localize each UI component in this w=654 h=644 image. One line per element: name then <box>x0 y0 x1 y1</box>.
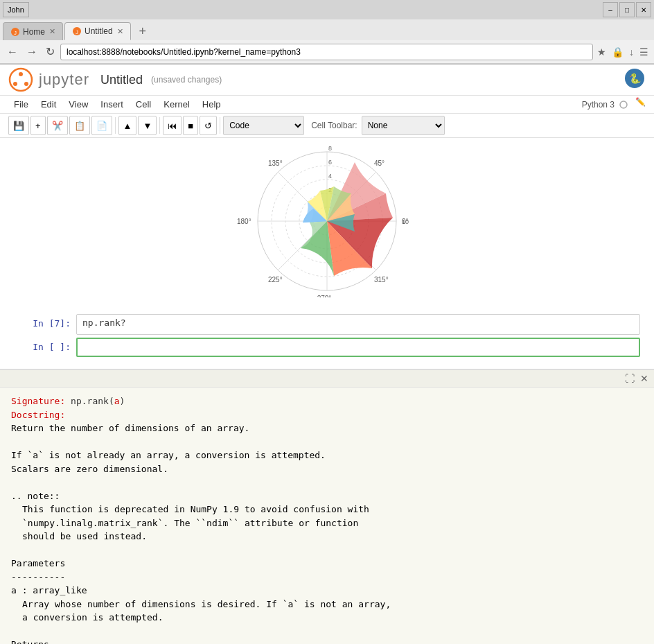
help-line-11: Parameters <box>11 557 643 571</box>
back-button[interactable]: ← <box>4 44 21 60</box>
menu-edit[interactable]: Edit <box>35 97 62 112</box>
help-body: Return the number of dimensions of an ar… <box>11 421 643 644</box>
tab-home[interactable]: J Home ✕ <box>3 22 63 40</box>
browser-chrome: John – □ ✕ J Home ✕ J Untitled ✕ + ← → ↻ <box>0 0 654 64</box>
cell-area: In [7]: np.rank? In [ ]: <box>0 314 654 357</box>
svg-point-4 <box>10 69 32 91</box>
docstring-line: Docstring: <box>11 408 643 422</box>
svg-point-7 <box>24 82 28 86</box>
help-line-13: a : array_like <box>11 584 643 598</box>
help-line-16 <box>11 625 643 638</box>
kernel-name: Python 3 <box>582 100 615 110</box>
save-button[interactable]: 💾 <box>8 116 29 135</box>
help-line-9: should be used instead. <box>11 530 643 543</box>
polar-chart: 2 4 6 8 10 0° 180° 270° 45° 135° 315° 22… <box>223 145 431 297</box>
signature-line: Signature: np.rank(a) <box>11 394 643 408</box>
url-bar[interactable] <box>60 44 593 60</box>
stop-button[interactable]: ■ <box>183 116 198 135</box>
svg-text:🐍: 🐍 <box>629 73 642 85</box>
menu-view[interactable]: View <box>63 97 94 112</box>
cell-prompt-7: In [7]: <box>14 314 76 335</box>
help-expand-button[interactable]: ⛶ <box>622 372 637 385</box>
tab-home-label: Home <box>23 27 45 37</box>
toolbar-sep-1 <box>115 117 116 134</box>
notebook-scroll-area[interactable]: 2 4 6 8 10 0° 180° 270° 45° 135° 315° 22… <box>0 138 654 369</box>
maximize-button[interactable]: □ <box>619 2 635 17</box>
help-line-17: Returns <box>11 638 643 644</box>
svg-text:4: 4 <box>328 173 332 180</box>
help-line-6: .. note:: <box>11 489 643 503</box>
tab-untitled-label: Untitled <box>85 26 113 36</box>
help-line-3: If `a` is not already an array, a conver… <box>11 449 643 462</box>
tab-home-close[interactable]: ✕ <box>49 27 55 36</box>
minimize-button[interactable]: – <box>603 2 618 17</box>
tab-untitled-icon: J <box>72 26 82 36</box>
help-line-2 <box>11 435 643 449</box>
cell-toolbar-select[interactable]: None Edit Metadata Raw Cell Format Slide… <box>362 116 445 135</box>
move-up-button[interactable]: ▲ <box>118 116 137 135</box>
notebook-area: 2 4 6 8 10 0° 180° 270° 45° 135° 315° 22… <box>0 138 654 644</box>
menu-insert[interactable]: Insert <box>95 97 129 112</box>
menu-button[interactable]: ☰ <box>638 45 650 59</box>
help-close-button[interactable]: ✕ <box>637 372 651 385</box>
run-to-top-button[interactable]: ⏮ <box>163 116 182 135</box>
edit-mode-icon: ✏️ <box>635 97 646 112</box>
downloads-button[interactable]: ↓ <box>628 45 635 59</box>
bookmark-button[interactable]: ★ <box>596 45 608 59</box>
tab-untitled-close[interactable]: ✕ <box>117 27 123 36</box>
jupyter-menu: File Edit View Insert Cell Kernel Help P… <box>0 96 654 114</box>
menu-kernel[interactable]: Kernel <box>158 97 195 112</box>
help-panel: ⛶ ✕ Signature: np.rank(a) Docstring: Ret… <box>0 369 654 644</box>
copy-cell-button[interactable]: 📋 <box>69 116 90 135</box>
svg-text:270°: 270° <box>317 295 332 297</box>
kernel-status-icon <box>619 100 628 110</box>
menu-cell[interactable]: Cell <box>130 97 157 112</box>
chart-output-cell: 2 4 6 8 10 0° 180° 270° 45° 135° 315° 22… <box>0 138 654 311</box>
svg-text:0°: 0° <box>402 218 409 225</box>
jupyter-wordmark: jupyter <box>39 71 89 89</box>
kernel-status: Python 3 <box>582 97 628 112</box>
menu-help[interactable]: Help <box>197 97 227 112</box>
title-bar: John – □ ✕ <box>0 0 654 19</box>
reload-button[interactable]: ↻ <box>43 44 58 60</box>
paste-cell-button[interactable]: 📄 <box>91 116 112 135</box>
new-tab-button[interactable]: + <box>132 22 153 40</box>
jupyter-container: jupyter Untitled (unsaved changes) 🐍 Fil… <box>0 64 654 644</box>
docstring-label: Docstring: <box>11 410 65 420</box>
svg-text:135°: 135° <box>268 159 283 167</box>
help-content: Signature: np.rank(a) Docstring: Return … <box>0 388 654 644</box>
svg-point-6 <box>13 82 17 86</box>
close-button[interactable]: ✕ <box>636 2 651 17</box>
cell-input-7[interactable]: np.rank? <box>76 314 640 335</box>
help-line-15: a conversion is attempted. <box>11 611 643 625</box>
cell-prompt-empty: In [ ]: <box>14 338 76 357</box>
python-logo: 🐍 <box>624 67 646 92</box>
cut-cell-button[interactable]: ✂️ <box>47 116 68 135</box>
cell-input-empty[interactable] <box>76 338 640 357</box>
svg-point-10 <box>620 101 627 108</box>
notebook-title: Untitled <box>100 73 143 87</box>
forward-button[interactable]: → <box>24 44 40 60</box>
menu-file[interactable]: File <box>8 97 34 112</box>
help-line-1: Return the number of dimensions of an ar… <box>11 421 643 435</box>
svg-text:8: 8 <box>328 145 332 152</box>
cell-toolbar-label: Cell Toolbar: <box>311 121 357 130</box>
move-down-button[interactable]: ▼ <box>138 116 157 135</box>
svg-text:J: J <box>14 29 17 35</box>
insert-cell-button[interactable]: + <box>30 116 46 135</box>
signature-code: np.rank(a) <box>71 396 125 406</box>
restart-button[interactable]: ↺ <box>200 116 217 135</box>
user-badge: John <box>3 2 29 17</box>
unsaved-label: (unsaved changes) <box>151 75 222 85</box>
toolbar-sep-3 <box>220 117 220 134</box>
jupyter-toolbar: 💾 + ✂️ 📋 📄 ▲ ▼ ⏮ ■ ↺ Code Markdown Raw N… <box>0 114 654 138</box>
help-line-12: ---------- <box>11 571 643 584</box>
svg-text:315°: 315° <box>374 276 389 284</box>
tab-untitled[interactable]: J Untitled ✕ <box>64 22 131 40</box>
cell-type-select[interactable]: Code Markdown Raw NBConvert <box>223 116 304 135</box>
extensions-button[interactable]: 🔒 <box>610 45 625 59</box>
jupyter-logo-icon <box>8 67 33 92</box>
svg-text:6: 6 <box>328 159 332 166</box>
help-line-5 <box>11 476 643 489</box>
code-cell-empty: In [ ]: <box>14 338 640 357</box>
